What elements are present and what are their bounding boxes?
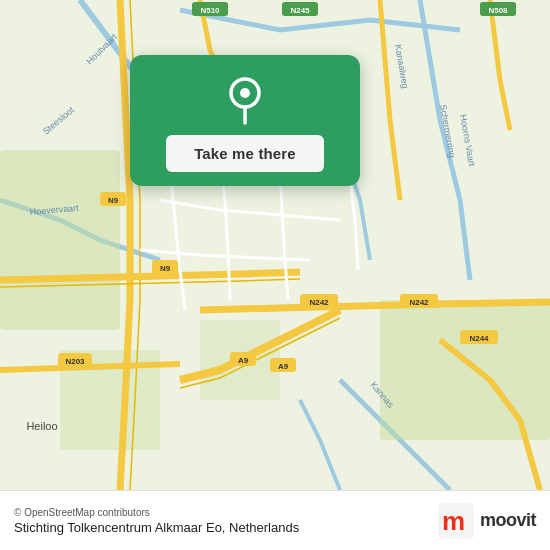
svg-text:N9: N9 [160,264,171,273]
map-popup: Take me there [130,55,360,186]
svg-text:A9: A9 [238,356,249,365]
osm-credit: © OpenStreetMap contributors [14,507,299,518]
svg-text:N510: N510 [200,6,220,15]
svg-text:m: m [442,506,465,536]
bottom-bar: © OpenStreetMap contributors Stichting T… [0,490,550,550]
svg-text:N508: N508 [488,6,508,15]
svg-rect-1 [0,150,120,330]
svg-text:Heiloo: Heiloo [26,420,57,432]
moovit-logo: m moovit [438,503,536,539]
svg-text:N244: N244 [469,334,489,343]
moovit-logo-icon: m [438,503,474,539]
svg-text:A9: A9 [278,362,289,371]
svg-text:N245: N245 [290,6,310,15]
svg-text:N242: N242 [409,298,429,307]
moovit-text: moovit [480,510,536,531]
svg-point-36 [240,88,250,98]
location-name: Stichting Tolkencentrum Alkmaar Eo, Neth… [14,520,299,535]
svg-text:N203: N203 [65,357,85,366]
svg-text:N9: N9 [108,196,119,205]
svg-text:N242: N242 [309,298,329,307]
svg-rect-2 [380,300,550,440]
bottom-left-info: © OpenStreetMap contributors Stichting T… [14,507,299,535]
take-me-there-button[interactable]: Take me there [166,135,324,172]
map-container: N9 N9 N203 N242 N242 N244 A9 A9 N510 N24… [0,0,550,490]
map-pin-icon [219,73,271,125]
